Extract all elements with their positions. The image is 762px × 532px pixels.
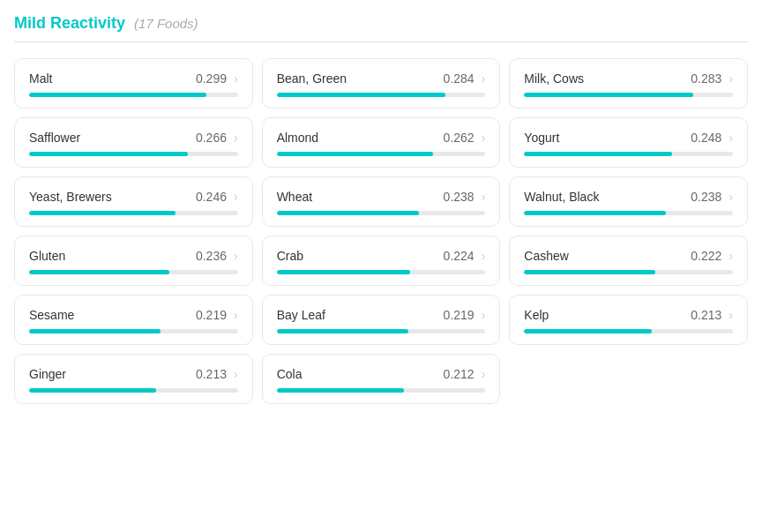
page-subtitle: (17 Foods) [134, 16, 198, 31]
food-name: Crab [277, 249, 303, 263]
food-name: Malt [29, 71, 52, 86]
card-info-row: Yogurt 0.248 › [524, 131, 733, 145]
progress-fill [29, 270, 169, 274]
card-value-group: 0.236 › [196, 249, 238, 263]
card-value-group: 0.219 › [196, 308, 238, 322]
food-value: 0.213 [196, 367, 227, 381]
food-value: 0.283 [691, 71, 721, 86]
chevron-right-icon: › [234, 131, 238, 145]
food-card[interactable]: Safflower 0.266 › [14, 117, 253, 168]
food-card[interactable]: Cashew 0.222 › [509, 236, 748, 286]
food-grid: Malt 0.299 › Bean, Green 0.284 › [14, 58, 748, 404]
food-value: 0.238 [691, 190, 721, 204]
progress-fill [277, 329, 408, 333]
progress-fill [29, 329, 161, 333]
food-value: 0.284 [444, 71, 474, 86]
chevron-right-icon: › [728, 131, 733, 145]
progress-track [29, 211, 238, 215]
progress-fill [277, 152, 434, 156]
food-card[interactable]: Gluten 0.236 › [14, 236, 253, 286]
food-name: Sesame [29, 308, 74, 322]
food-name: Cola [277, 367, 303, 381]
food-value: 0.236 [196, 249, 227, 263]
food-card[interactable]: Malt 0.299 › [14, 58, 253, 109]
card-value-group: 0.262 › [444, 131, 486, 145]
food-value: 0.222 [691, 249, 721, 263]
food-card[interactable]: Bean, Green 0.284 › [262, 58, 501, 109]
page-title: Mild Reactivity [14, 14, 125, 33]
food-name: Safflower [29, 131, 80, 145]
food-value: 0.219 [196, 308, 227, 322]
food-value: 0.246 [196, 190, 227, 204]
food-name: Walnut, Black [524, 190, 599, 204]
food-name: Gluten [29, 249, 65, 263]
card-value-group: 0.219 › [444, 308, 486, 322]
food-name: Milk, Cows [524, 71, 584, 86]
progress-track [524, 211, 733, 215]
card-value-group: 0.246 › [196, 190, 238, 204]
card-info-row: Crab 0.224 › [277, 249, 486, 263]
progress-fill [277, 211, 419, 215]
progress-track [524, 152, 733, 156]
card-value-group: 0.238 › [691, 190, 733, 204]
progress-fill [277, 93, 446, 97]
food-card[interactable]: Sesame 0.219 › [14, 295, 253, 345]
progress-fill [29, 93, 206, 97]
chevron-right-icon: › [482, 308, 486, 322]
card-value-group: 0.213 › [691, 308, 733, 322]
card-value-group: 0.213 › [196, 367, 238, 381]
food-card[interactable]: Yeast, Brewers 0.246 › [14, 176, 253, 227]
food-value: 0.266 [196, 131, 227, 145]
progress-fill [29, 152, 188, 156]
progress-fill [277, 388, 404, 393]
progress-fill [524, 329, 651, 333]
food-card[interactable]: Bay Leaf 0.219 › [262, 295, 501, 345]
card-info-row: Milk, Cows 0.283 › [524, 71, 733, 86]
progress-track [29, 388, 238, 393]
progress-fill [29, 211, 176, 215]
food-name: Bean, Green [277, 71, 347, 86]
food-card[interactable]: Milk, Cows 0.283 › [509, 58, 748, 109]
card-value-group: 0.299 › [196, 71, 238, 86]
progress-track [524, 270, 733, 274]
card-value-group: 0.266 › [196, 131, 238, 145]
progress-track [277, 211, 486, 215]
food-card[interactable]: Crab 0.224 › [262, 236, 501, 286]
chevron-right-icon: › [234, 249, 238, 263]
card-info-row: Safflower 0.266 › [29, 131, 238, 145]
card-info-row: Ginger 0.213 › [29, 367, 238, 381]
food-value: 0.219 [444, 308, 474, 322]
chevron-right-icon: › [728, 249, 733, 263]
chevron-right-icon: › [482, 249, 486, 263]
chevron-right-icon: › [482, 71, 486, 86]
chevron-right-icon: › [234, 71, 238, 86]
food-card[interactable]: Cola 0.212 › [262, 354, 501, 404]
card-info-row: Gluten 0.236 › [29, 249, 238, 263]
progress-fill [277, 270, 410, 274]
card-info-row: Sesame 0.219 › [29, 308, 238, 322]
progress-track [29, 270, 238, 274]
chevron-right-icon: › [728, 190, 733, 204]
card-info-row: Wheat 0.238 › [277, 190, 486, 204]
food-value: 0.238 [444, 190, 474, 204]
food-card[interactable]: Walnut, Black 0.238 › [509, 176, 748, 227]
chevron-right-icon: › [728, 71, 733, 86]
progress-fill [524, 270, 655, 274]
food-card[interactable]: Yogurt 0.248 › [509, 117, 748, 168]
card-value-group: 0.222 › [691, 249, 733, 263]
card-info-row: Cashew 0.222 › [524, 249, 733, 263]
card-info-row: Yeast, Brewers 0.246 › [29, 190, 238, 204]
progress-track [29, 329, 238, 333]
food-name: Cashew [524, 249, 569, 263]
food-card[interactable]: Wheat 0.238 › [262, 176, 501, 227]
progress-fill [29, 388, 156, 393]
progress-fill [524, 93, 693, 97]
food-card[interactable]: Ginger 0.213 › [14, 354, 253, 404]
food-card[interactable]: Kelp 0.213 › [509, 295, 748, 345]
food-card[interactable]: Almond 0.262 › [262, 117, 501, 168]
card-value-group: 0.283 › [691, 71, 733, 86]
card-info-row: Walnut, Black 0.238 › [524, 190, 733, 204]
progress-track [277, 388, 486, 393]
card-info-row: Bay Leaf 0.219 › [277, 308, 486, 322]
card-value-group: 0.238 › [444, 190, 486, 204]
